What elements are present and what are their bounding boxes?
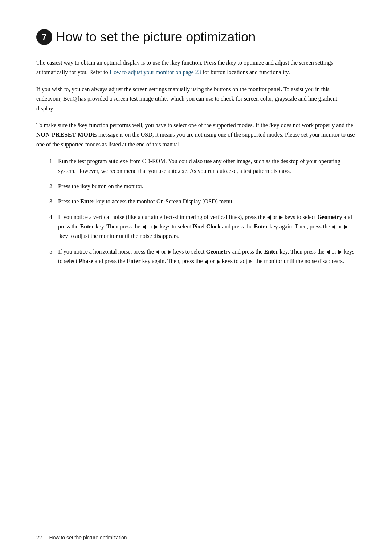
chapter-number: 7 — [36, 29, 52, 45]
ikey-ref-1: i — [170, 60, 172, 66]
enter-key-ref-1: Enter — [80, 198, 94, 204]
left-arrow-icon-6 — [204, 260, 208, 264]
list-content-3: Press the Enter key to access the monito… — [58, 197, 356, 206]
right-arrow-icon-1 — [279, 215, 283, 220]
left-arrow-icon-4 — [156, 250, 159, 254]
list-number-3: 3. — [36, 197, 58, 206]
enter-key-ref-3: Enter — [254, 223, 268, 230]
cross-reference-link[interactable]: How to adjust your monitor on page 23 — [110, 69, 201, 75]
list-number-2: 2. — [36, 182, 58, 191]
right-arrow-icon-4 — [168, 250, 171, 254]
instruction-list: 1. Run the test program auto.exe from CD… — [36, 157, 356, 266]
phase-ref: Phase — [79, 258, 93, 264]
chapter-title: How to set the picture optimization — [56, 29, 256, 45]
left-arrow-icon-3 — [332, 225, 335, 229]
list-item-3: 3. Press the Enter key to access the mon… — [36, 197, 356, 206]
geometry-ref-2: Geometry — [206, 248, 230, 255]
ikey-ref-3: i — [78, 122, 79, 128]
non-preset-mode: NON PRESET MODE — [36, 131, 97, 138]
list-number-1: 1. — [36, 157, 58, 166]
list-content-4: If you notice a vertical noise (like a c… — [58, 212, 356, 241]
paragraph-1: The easiest way to obtain an optimal dis… — [36, 58, 356, 77]
pixel-clock-ref: Pixel Clock — [192, 223, 221, 230]
list-item-2: 2. Press the ikey button on the monitor. — [36, 182, 356, 191]
page-title: 7 How to set the picture optimization — [36, 29, 356, 45]
page: 7 How to set the picture optimization Th… — [0, 0, 392, 555]
geometry-ref-1: Geometry — [317, 214, 342, 220]
enter-key-ref-2: Enter — [80, 223, 94, 230]
list-content-1: Run the test program auto.exe from CD-RO… — [58, 157, 356, 176]
footer-chapter-title: How to set the picture optimization — [49, 535, 127, 540]
list-item-1: 1. Run the test program auto.exe from CD… — [36, 157, 356, 176]
left-arrow-icon-1 — [267, 215, 271, 220]
right-arrow-icon-5 — [338, 250, 342, 254]
list-content-5: If you notice a horizontal noise, press … — [58, 247, 356, 266]
list-item-5: 5. If you notice a horizontal noise, pre… — [36, 247, 356, 266]
paragraph-2: If you wish to, you can always adjust th… — [36, 85, 356, 113]
list-number-4: 4. — [36, 212, 58, 222]
paragraph-3: To make sure the ikey function performs … — [36, 121, 356, 149]
list-content-2: Press the ikey button on the monitor. — [58, 182, 356, 191]
list-item-4: 4. If you notice a vertical noise (like … — [36, 212, 356, 241]
left-arrow-icon-5 — [326, 250, 330, 254]
ikey-ref-2: i — [226, 60, 228, 66]
right-arrow-icon-3 — [344, 225, 348, 229]
list-number-5: 5. — [36, 247, 58, 256]
ikey-ref-4: i — [269, 122, 271, 128]
left-arrow-icon-2 — [142, 225, 146, 229]
footer-page-number: 22 — [36, 535, 42, 540]
enter-key-ref-4: Enter — [264, 248, 278, 255]
right-arrow-icon-2 — [154, 225, 158, 229]
page-footer: 22 How to set the picture optimization — [36, 535, 356, 540]
right-arrow-icon-6 — [217, 260, 220, 264]
enter-key-ref-5: Enter — [126, 258, 140, 264]
